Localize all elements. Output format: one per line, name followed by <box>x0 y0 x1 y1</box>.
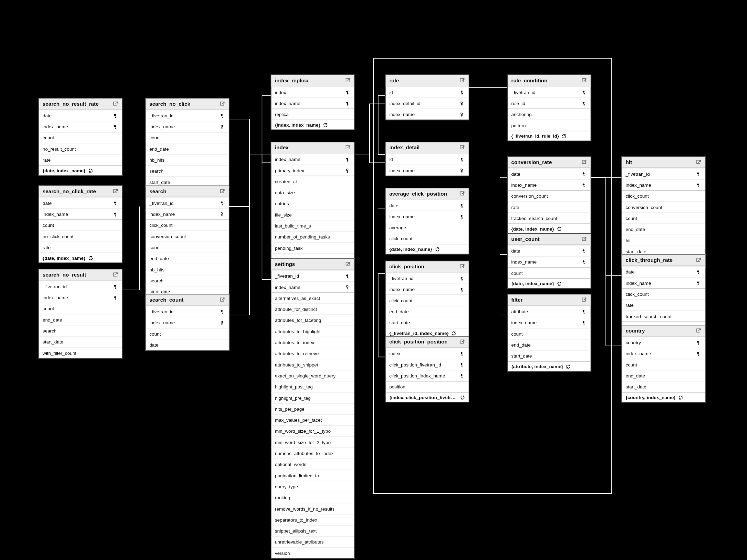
popout-icon[interactable] <box>459 339 465 345</box>
table-country[interactable]: countrycountryindex_namecountend_datesta… <box>622 325 706 402</box>
popout-icon[interactable] <box>345 261 351 267</box>
table-column: replica <box>272 108 354 119</box>
popout-icon[interactable] <box>219 101 225 107</box>
table-header[interactable]: rule <box>386 75 469 86</box>
popout-icon[interactable] <box>219 188 225 194</box>
table-search_no_click_rate[interactable]: search_no_click_ratedateindex_namecountn… <box>38 186 123 263</box>
popout-icon[interactable] <box>459 78 465 83</box>
composite-key: {country, index_name} <box>622 392 705 402</box>
column-name: index_name <box>43 211 68 217</box>
svg-rect-159 <box>698 284 699 284</box>
popout-icon[interactable] <box>696 159 701 165</box>
table-filter[interactable]: filterattributeindex_namecountend_datest… <box>507 294 591 372</box>
table-column: _fivetran_id <box>386 272 469 283</box>
svg-rect-127 <box>583 250 584 253</box>
popout-icon[interactable] <box>459 264 465 269</box>
table-click_position[interactable]: click_position_fivetran_idindex_nameclic… <box>385 261 469 338</box>
table-settings[interactable]: settings_fivetran_idindex_namealternativ… <box>271 258 355 559</box>
table-header[interactable]: index_detail <box>386 142 469 153</box>
column-name: attribute_for_distinct <box>275 306 317 312</box>
table-header[interactable]: country <box>622 326 705 337</box>
table-hit[interactable]: hit_fivetran_idindex_nameclick_countconv… <box>622 156 706 268</box>
table-column: _fivetran_id <box>622 168 705 179</box>
table-header[interactable]: conversion_rate <box>508 157 590 168</box>
table-header[interactable]: rule_condition <box>508 75 590 86</box>
table-header[interactable]: index_replica <box>272 75 354 86</box>
primary-key-icon <box>345 156 351 162</box>
column-name: exact_on_single_word_query <box>275 373 336 378</box>
primary-key-icon <box>113 211 118 217</box>
table-click_position_position[interactable]: click_position_positionindexclick_positi… <box>385 336 469 402</box>
table-rule[interactable]: ruleidindex_detail_idindex_name <box>385 75 469 120</box>
popout-icon[interactable] <box>581 236 587 242</box>
table-header[interactable]: filter <box>508 295 590 306</box>
svg-point-56 <box>346 168 348 170</box>
table-header[interactable]: click_position <box>386 261 469 272</box>
column-name: click_count <box>625 194 648 199</box>
popout-icon[interactable] <box>459 191 465 197</box>
table-header[interactable]: search_no_result_rate <box>39 98 122 109</box>
table-search_no_click[interactable]: search_no_click_fivetran_idindex_namecou… <box>145 98 229 188</box>
table-header[interactable]: click_through_rate <box>622 255 705 266</box>
table-header[interactable]: hit <box>622 157 705 168</box>
svg-rect-18 <box>114 273 117 276</box>
column-name: unretrievable_attributes <box>275 539 324 545</box>
table-search_no_result_rate[interactable]: search_no_result_ratedateindex_namecount… <box>38 98 123 176</box>
popout-icon[interactable] <box>696 257 701 263</box>
primary-key-icon <box>581 308 587 314</box>
column-name: nb_hits <box>149 157 164 162</box>
popout-icon[interactable] <box>345 145 351 151</box>
column-name: count <box>43 306 54 311</box>
table-column: nb_hits <box>146 154 229 165</box>
popout-icon[interactable] <box>219 297 225 303</box>
column-name: end_date <box>625 226 645 232</box>
table-user_count[interactable]: user_countdateindex_namecount{date, inde… <box>507 233 591 289</box>
table-header[interactable]: search_no_click <box>146 98 229 109</box>
popout-icon[interactable] <box>113 101 118 107</box>
table-search_no_result[interactable]: search_no_result_fivetran_idindex_nameco… <box>38 269 123 359</box>
table-column: separators_to_index <box>272 514 354 525</box>
table-conversion_rate[interactable]: conversion_ratedateindex_nameconversion_… <box>507 156 591 234</box>
table-header[interactable]: click_position_position <box>386 337 469 348</box>
table-click_through_rate[interactable]: click_through_ratedateindex_nameclick_co… <box>622 254 706 332</box>
table-rule_condition[interactable]: rule_condition_fivetran_idrule_idanchori… <box>507 75 591 141</box>
svg-rect-44 <box>347 92 347 94</box>
table-header[interactable]: search_count <box>146 295 229 306</box>
column-name: version <box>275 550 290 556</box>
svg-rect-107 <box>582 79 586 82</box>
primary-key-icon <box>459 351 465 357</box>
column-name: index_name <box>625 182 651 187</box>
svg-rect-49 <box>347 104 348 104</box>
column-name: count <box>43 223 54 228</box>
table-header[interactable]: search <box>146 186 229 197</box>
table-header[interactable]: search_no_click_rate <box>39 186 122 197</box>
table-average_click_position[interactable]: average_click_positiondateindex_nameaver… <box>385 188 469 254</box>
table-index_detail[interactable]: index_detailidindex_name <box>385 142 469 176</box>
popout-icon[interactable] <box>113 188 118 194</box>
table-search[interactable]: search_fivetran_idindex_nameclick_countc… <box>145 186 229 309</box>
table-index[interactable]: indexindex_nameprimary_indexcreated_atda… <box>271 142 355 276</box>
primary-key-icon <box>345 273 351 279</box>
table-header[interactable]: settings <box>272 259 354 270</box>
popout-icon[interactable] <box>696 328 701 334</box>
table-column: end_date <box>39 314 122 325</box>
table-header[interactable]: search_no_result <box>39 269 122 280</box>
table-header[interactable]: user_count <box>508 234 590 245</box>
table-column: search <box>39 325 122 336</box>
popout-icon[interactable] <box>113 272 118 278</box>
table-index_replica[interactable]: index_replicaindexindex_namereplica{inde… <box>271 75 355 130</box>
sync-icon <box>459 394 465 400</box>
popout-icon[interactable] <box>345 78 351 83</box>
column-name: end_date <box>43 317 62 322</box>
popout-icon[interactable] <box>581 78 587 83</box>
relationship-edge <box>354 154 385 163</box>
svg-rect-74 <box>461 161 462 161</box>
column-name: attributes_to_snippet <box>275 362 318 367</box>
popout-icon[interactable] <box>581 297 587 303</box>
table-header[interactable]: index <box>272 142 354 153</box>
popout-icon[interactable] <box>581 159 587 165</box>
svg-rect-104 <box>461 375 462 377</box>
table-search_count[interactable]: search_count_fivetran_idindex_namecountd… <box>145 294 229 351</box>
popout-icon[interactable] <box>459 145 465 151</box>
table-header[interactable]: average_click_position <box>386 188 469 199</box>
